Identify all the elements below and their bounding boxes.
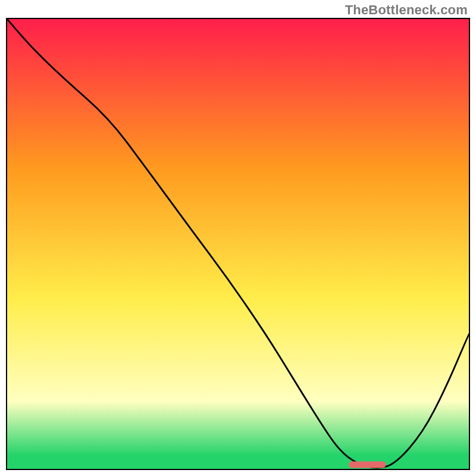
- plot-svg: [7, 19, 469, 469]
- gradient-background: [7, 19, 469, 469]
- plot-frame: [6, 18, 470, 470]
- optimal-marker: [349, 461, 386, 468]
- chart-container: TheBottleneck.com: [0, 0, 476, 476]
- watermark-text: TheBottleneck.com: [345, 2, 468, 18]
